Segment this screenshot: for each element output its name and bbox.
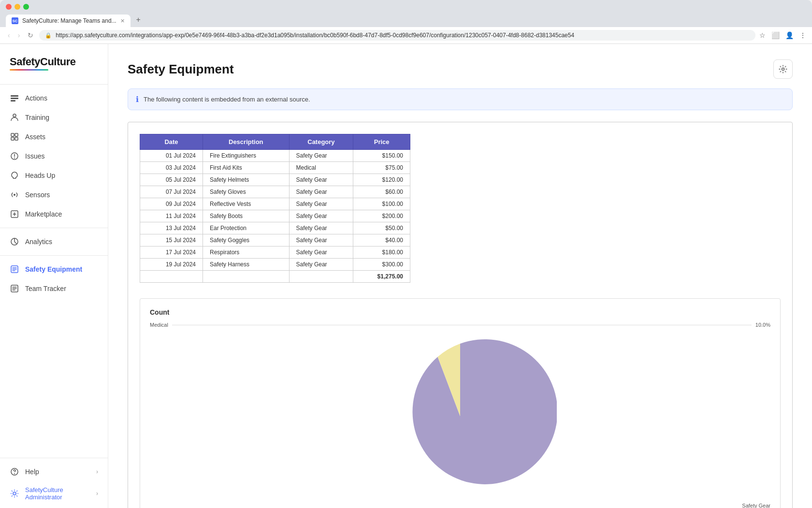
active-tab[interactable]: SC SafetyCulture: Manage Teams and... ✕ <box>6 15 130 27</box>
cell-description: First Aid Kits <box>203 162 290 174</box>
sidebar-item-assets[interactable]: Assets <box>0 127 108 146</box>
cell-description: Reflective Vests <box>203 198 290 210</box>
maximize-button[interactable] <box>23 4 29 10</box>
cell-category: Safety Gear <box>289 150 353 162</box>
help-icon <box>10 467 19 477</box>
sensors-icon <box>10 190 19 200</box>
svg-rect-2 <box>11 100 15 102</box>
sidebar-item-safety-equipment[interactable]: Safety Equipment <box>0 260 108 279</box>
sidebar-item-actions[interactable]: Actions <box>0 88 108 108</box>
sidebar-item-help[interactable]: Help › <box>0 462 108 481</box>
svg-point-18 <box>13 492 16 495</box>
cell-description: Safety Helmets <box>203 174 290 186</box>
table-row: 17 Jul 2024 Respirators Safety Gear $180… <box>140 247 410 259</box>
traffic-lights <box>6 4 29 10</box>
chart-label-medical: Medical 10.0% <box>150 322 770 328</box>
sidebar-item-marketplace[interactable]: Marketplace <box>0 204 108 224</box>
cell-description: Fire Extinguishers <box>203 150 290 162</box>
cell-price: $75.00 <box>353 162 410 174</box>
svg-rect-7 <box>15 137 18 140</box>
minimize-button[interactable] <box>14 4 20 10</box>
logo-text: SafetyCulture <box>10 56 98 68</box>
safety-equipment-icon <box>10 264 19 274</box>
cell-description: Safety Gloves <box>203 186 290 198</box>
safety-equipment-label: Safety Equipment <box>25 265 82 273</box>
admin-icon <box>10 489 19 498</box>
cell-description: Safety Goggles <box>203 234 290 247</box>
tab-title: SafetyCulture: Manage Teams and... <box>22 17 116 24</box>
address-bar[interactable]: 🔒 https://app.safetyculture.com/integrat… <box>39 30 755 41</box>
marketplace-label: Marketplace <box>25 210 62 218</box>
svg-point-17 <box>14 473 15 474</box>
bookmark-icon[interactable]: ☆ <box>759 31 766 39</box>
settings-button[interactable] <box>773 59 793 79</box>
url-text: https://app.safetyculture.com/integratio… <box>56 32 574 39</box>
page-title: Safety Equipment <box>128 62 234 77</box>
sidebar-item-team-tracker[interactable]: Team Tracker <box>0 279 108 298</box>
sidebar-divider-3 <box>0 255 108 256</box>
table-row: 09 Jul 2024 Reflective Vests Safety Gear… <box>140 198 410 210</box>
assets-label: Assets <box>25 133 45 141</box>
pie-chart-wrapper <box>150 332 770 501</box>
sidebar-item-admin[interactable]: SafetyCulture Administrator › <box>0 481 108 506</box>
cell-total-empty3 <box>289 271 353 283</box>
address-bar-row: ‹ › ↻ 🔒 https://app.safetyculture.com/in… <box>0 27 812 44</box>
heads-up-icon <box>10 171 19 180</box>
cell-date: 05 Jul 2024 <box>140 174 203 186</box>
svg-point-10 <box>14 158 15 159</box>
svg-rect-6 <box>11 137 14 140</box>
table-row: 19 Jul 2024 Safety Harness Safety Gear $… <box>140 259 410 271</box>
cell-category: Safety Gear <box>289 174 353 186</box>
cell-date: 13 Jul 2024 <box>140 222 203 234</box>
help-label: Help <box>25 468 39 476</box>
logo-underline <box>10 69 48 71</box>
table-row: 01 Jul 2024 Fire Extinguishers Safety Ge… <box>140 150 410 162</box>
training-label: Training <box>25 114 49 121</box>
forward-button[interactable]: › <box>16 30 22 40</box>
chart-container: Count Medical 10.0% <box>140 298 781 508</box>
chart-title: Count <box>150 308 770 316</box>
new-tab-button[interactable]: + <box>132 13 145 27</box>
cell-total: $1,275.00 <box>353 271 410 283</box>
cell-category: Safety Gear <box>289 222 353 234</box>
cell-total-empty2 <box>203 271 290 283</box>
menu-icon[interactable]: ⋮ <box>799 31 806 39</box>
cell-date: 03 Jul 2024 <box>140 162 203 174</box>
cell-price: $40.00 <box>353 234 410 247</box>
table-row: 13 Jul 2024 Ear Protection Safety Gear $… <box>140 222 410 234</box>
sidebar-item-sensors[interactable]: Sensors <box>0 185 108 204</box>
profile-icon[interactable]: 👤 <box>785 31 794 39</box>
cell-date: 01 Jul 2024 <box>140 150 203 162</box>
sidebar-item-heads-up[interactable]: Heads Up <box>0 166 108 185</box>
cell-price: $100.00 <box>353 198 410 210</box>
back-button[interactable]: ‹ <box>6 30 12 40</box>
table-row: 07 Jul 2024 Safety Gloves Safety Gear $6… <box>140 186 410 198</box>
tab-close-icon[interactable]: ✕ <box>120 18 125 24</box>
svg-point-11 <box>14 194 15 196</box>
sidebar-bottom: Help › SafetyCulture Administrator › <box>0 454 108 506</box>
logo-area: SafetyCulture <box>0 52 108 80</box>
cell-date: 07 Jul 2024 <box>140 186 203 198</box>
cell-date: 19 Jul 2024 <box>140 259 203 271</box>
sidebar-item-issues[interactable]: Issues <box>0 146 108 166</box>
cell-description: Safety Boots <box>203 210 290 222</box>
page-header: Safety Equipment <box>128 59 793 79</box>
training-icon <box>10 113 19 122</box>
main-content: Safety Equipment ℹ The following content… <box>108 44 812 508</box>
cell-price: $180.00 <box>353 247 410 259</box>
extensions-icon[interactable]: ⬜ <box>771 31 780 39</box>
refresh-button[interactable]: ↻ <box>26 30 35 40</box>
table-total-row: $1,275.00 <box>140 271 410 283</box>
admin-arrow-icon: › <box>96 490 98 497</box>
cell-price: $60.00 <box>353 186 410 198</box>
cell-price: $150.00 <box>353 150 410 162</box>
tab-favicon: SC <box>12 17 18 24</box>
cell-description: Respirators <box>203 247 290 259</box>
browser-tabs: SC SafetyCulture: Manage Teams and... ✕ … <box>6 13 806 27</box>
close-button[interactable] <box>6 4 12 10</box>
issues-label: Issues <box>25 152 44 160</box>
svg-rect-1 <box>11 98 18 99</box>
sidebar-item-analytics[interactable]: Analytics <box>0 232 108 251</box>
sidebar-item-training[interactable]: Training <box>0 108 108 127</box>
table-row: 15 Jul 2024 Safety Goggles Safety Gear $… <box>140 234 410 247</box>
